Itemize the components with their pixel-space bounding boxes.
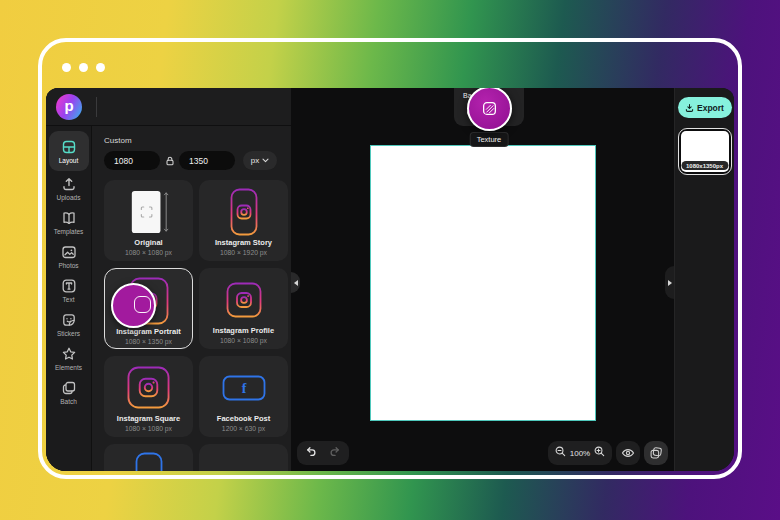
collapse-left-panel-handle[interactable]: [291, 272, 300, 293]
picsart-logo-icon[interactable]: p: [56, 94, 82, 120]
instagram-square-icon: [127, 361, 170, 414]
window-dot[interactable]: [96, 63, 105, 72]
sidebar-item-elements[interactable]: Elements: [49, 341, 89, 375]
template-tile-original[interactable]: Original 1080 × 1080 px: [104, 180, 193, 261]
highlight-glyph: [134, 296, 151, 313]
zoom-controls: 100%: [548, 441, 612, 465]
facebook-story-icon: [135, 449, 163, 471]
sidebar-item-batch[interactable]: Batch: [49, 375, 89, 409]
batch-layers-icon: [61, 380, 77, 396]
pages-panel: Export 1080x1350px: [674, 88, 734, 471]
unit-dropdown[interactable]: px: [243, 151, 277, 170]
facebook-post-icon: f: [222, 361, 266, 414]
template-name: Instagram Square: [117, 414, 180, 423]
template-tile-facebook-post[interactable]: f Facebook Post 1200 × 630 px: [199, 356, 288, 437]
template-name: Instagram Portrait: [116, 327, 181, 336]
sticker-icon: [61, 312, 77, 328]
template-size: 1080 × 1350 px: [125, 338, 172, 345]
page-background: p Layout: [0, 0, 780, 520]
chevron-down-icon: [262, 158, 269, 163]
instagram-story-icon: [230, 185, 258, 238]
layout-icon: [61, 139, 77, 155]
eye-icon: [621, 447, 635, 459]
sidebar-item-label: Uploads: [57, 194, 81, 201]
aspect-lock-icon[interactable]: [160, 155, 179, 167]
templates-book-icon: [61, 210, 77, 226]
pages-button[interactable]: [644, 441, 668, 465]
layout-panel: Custom px: [92, 126, 291, 471]
zoom-in-icon[interactable]: [593, 444, 606, 462]
template-size: 1080 × 1080 px: [125, 425, 172, 432]
unit-label: px: [251, 156, 259, 165]
sidebar-item-label: Elements: [55, 364, 82, 371]
history-controls: [297, 441, 349, 465]
browser-window: p Layout: [38, 38, 742, 479]
tool-sidebar: Layout Uploads Templates: [46, 126, 92, 471]
texture-tooltip: Texture: [470, 132, 509, 147]
sidebar-item-label: Stickers: [57, 330, 80, 337]
sidebar-item-layout[interactable]: Layout: [49, 131, 89, 171]
zoom-out-icon[interactable]: [554, 444, 567, 462]
page-thumbnail[interactable]: 1080x1350px: [678, 128, 732, 175]
left-column: p Layout: [46, 88, 291, 471]
artboard[interactable]: [370, 145, 596, 421]
template-tile-instagram-profile[interactable]: Instagram Profile 1080 × 1080 px: [199, 268, 288, 349]
sidebar-item-uploads[interactable]: Uploads: [49, 171, 89, 205]
template-tile-instagram-portrait[interactable]: Instagram Portrait 1080 × 1350 px: [104, 268, 193, 349]
download-icon: [685, 103, 694, 113]
window-dot[interactable]: [79, 63, 88, 72]
template-name: Instagram Story: [215, 238, 272, 247]
template-tile-partial[interactable]: [199, 444, 288, 471]
redo-icon[interactable]: [327, 444, 342, 463]
template-name: Facebook Post: [217, 414, 270, 423]
texture-button[interactable]: [467, 88, 512, 131]
export-button[interactable]: Export: [678, 97, 732, 118]
zoom-level[interactable]: 100%: [570, 449, 590, 458]
custom-section-label: Custom: [104, 136, 279, 145]
template-size: 1200 × 630 px: [222, 425, 265, 432]
pages-icon: [649, 446, 663, 460]
star-icon: [61, 346, 77, 362]
upload-icon: [61, 176, 77, 192]
svg-text:f: f: [241, 381, 246, 396]
sidebar-item-label: Batch: [60, 398, 77, 405]
photo-icon: [61, 244, 77, 260]
window-dot[interactable]: [62, 63, 71, 72]
texture-icon: [481, 100, 498, 117]
sidebar-item-templates[interactable]: Templates: [49, 205, 89, 239]
template-tile-partial[interactable]: [104, 444, 193, 471]
original-size-icon: [128, 185, 170, 238]
height-input[interactable]: [179, 151, 235, 170]
tutorial-click-highlight: [111, 283, 156, 328]
template-grid: Original 1080 × 1080 px: [104, 180, 279, 471]
instagram-profile-icon: [226, 273, 262, 326]
chevron-left-icon: [294, 280, 298, 286]
template-tile-instagram-square[interactable]: Instagram Square 1080 × 1080 px: [104, 356, 193, 437]
sidebar-item-stickers[interactable]: Stickers: [49, 307, 89, 341]
template-name: Original: [134, 238, 162, 247]
sidebar-item-photos[interactable]: Photos: [49, 239, 89, 273]
chevron-right-icon: [668, 280, 672, 286]
editor-app: p Layout: [46, 88, 734, 471]
sidebar-item-label: Text: [63, 296, 75, 303]
undo-icon[interactable]: [304, 444, 319, 463]
window-controls[interactable]: [62, 63, 105, 72]
page-size-badge: 1080x1350px: [681, 161, 728, 170]
preview-eye-button[interactable]: [616, 441, 640, 465]
sidebar-item-text[interactable]: Text: [49, 273, 89, 307]
template-size: 1080 × 1080 px: [220, 337, 267, 344]
width-input[interactable]: [104, 151, 160, 170]
text-icon: [61, 278, 77, 294]
facebook-cover-icon: [222, 449, 266, 471]
sidebar-item-label: Templates: [54, 228, 84, 235]
header-divider: [96, 97, 97, 117]
collapse-right-panel-handle[interactable]: [665, 266, 674, 299]
app-header: p: [46, 88, 291, 126]
template-tile-instagram-story[interactable]: Instagram Story 1080 × 1920 px: [199, 180, 288, 261]
export-label: Export: [697, 103, 724, 113]
sidebar-item-label: Photos: [58, 262, 78, 269]
sidebar-item-label: Layout: [59, 157, 79, 164]
template-name: Instagram Profile: [213, 326, 274, 335]
canvas-area[interactable]: Background Texture: [291, 88, 674, 471]
template-size: 1080 × 1080 px: [125, 249, 172, 256]
